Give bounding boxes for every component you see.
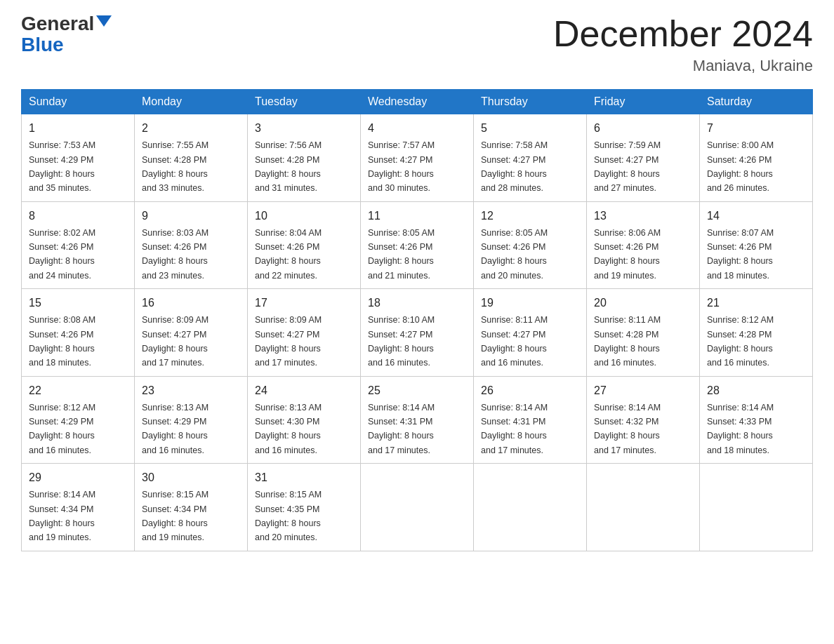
logo: General Blue [21, 14, 112, 56]
calendar-cell: 21 Sunrise: 8:12 AMSunset: 4:28 PMDaylig… [700, 289, 813, 377]
day-number: 30 [142, 469, 240, 486]
day-info: Sunrise: 8:09 AMSunset: 4:27 PMDaylight:… [142, 315, 208, 368]
page-header: General Blue December 2024 Maniava, Ukra… [21, 14, 813, 75]
day-number: 3 [255, 120, 353, 137]
day-number: 18 [368, 295, 466, 311]
logo-text-blue: Blue [21, 34, 64, 56]
col-friday: Friday [587, 90, 700, 114]
col-wednesday: Wednesday [361, 90, 474, 114]
calendar-cell: 12 Sunrise: 8:05 AMSunset: 4:26 PMDaylig… [474, 201, 587, 289]
calendar-cell: 10 Sunrise: 8:04 AMSunset: 4:26 PMDaylig… [248, 201, 361, 289]
col-tuesday: Tuesday [248, 90, 361, 114]
day-info: Sunrise: 8:14 AMSunset: 4:31 PMDaylight:… [481, 403, 548, 455]
day-number: 2 [142, 120, 240, 137]
day-info: Sunrise: 8:02 AMSunset: 4:26 PMDaylight:… [29, 228, 95, 281]
calendar-cell: 2 Sunrise: 7:55 AMSunset: 4:28 PMDayligh… [135, 114, 248, 202]
day-number: 9 [142, 208, 240, 224]
day-info: Sunrise: 8:05 AMSunset: 4:26 PMDaylight:… [368, 228, 435, 281]
calendar-cell: 9 Sunrise: 8:03 AMSunset: 4:26 PMDayligh… [135, 201, 248, 289]
day-number: 13 [594, 208, 692, 224]
col-thursday: Thursday [474, 90, 587, 114]
calendar-cell: 29 Sunrise: 8:14 AMSunset: 4:34 PMDaylig… [22, 464, 135, 551]
day-number: 22 [29, 382, 127, 399]
calendar-cell: 24 Sunrise: 8:13 AMSunset: 4:30 PMDaylig… [248, 376, 361, 464]
day-info: Sunrise: 8:14 AMSunset: 4:34 PMDaylight:… [29, 490, 95, 542]
day-number: 11 [368, 208, 466, 224]
calendar-cell: 27 Sunrise: 8:14 AMSunset: 4:32 PMDaylig… [587, 376, 700, 464]
week-row-2: 8 Sunrise: 8:02 AMSunset: 4:26 PMDayligh… [22, 201, 813, 289]
week-row-5: 29 Sunrise: 8:14 AMSunset: 4:34 PMDaylig… [22, 464, 813, 551]
calendar-cell: 4 Sunrise: 7:57 AMSunset: 4:27 PMDayligh… [361, 114, 474, 202]
day-info: Sunrise: 7:55 AMSunset: 4:28 PMDaylight:… [142, 140, 208, 193]
calendar-cell: 1 Sunrise: 7:53 AMSunset: 4:29 PMDayligh… [22, 114, 135, 202]
day-number: 17 [255, 295, 353, 311]
day-number: 31 [255, 469, 353, 486]
calendar-header-row: Sunday Monday Tuesday Wednesday Thursday… [22, 90, 813, 114]
day-info: Sunrise: 8:06 AMSunset: 4:26 PMDaylight:… [594, 228, 661, 281]
calendar-cell: 23 Sunrise: 8:13 AMSunset: 4:29 PMDaylig… [135, 376, 248, 464]
calendar-cell: 14 Sunrise: 8:07 AMSunset: 4:26 PMDaylig… [700, 201, 813, 289]
day-info: Sunrise: 8:15 AMSunset: 4:34 PMDaylight:… [142, 490, 208, 542]
calendar-cell: 22 Sunrise: 8:12 AMSunset: 4:29 PMDaylig… [22, 376, 135, 464]
calendar-cell: 31 Sunrise: 8:15 AMSunset: 4:35 PMDaylig… [248, 464, 361, 551]
day-info: Sunrise: 7:56 AMSunset: 4:28 PMDaylight:… [255, 140, 322, 193]
day-info: Sunrise: 8:12 AMSunset: 4:28 PMDaylight:… [707, 315, 774, 368]
calendar-cell: 19 Sunrise: 8:11 AMSunset: 4:27 PMDaylig… [474, 289, 587, 377]
day-info: Sunrise: 7:59 AMSunset: 4:27 PMDaylight:… [594, 140, 661, 193]
day-number: 20 [594, 295, 692, 311]
calendar-cell: 20 Sunrise: 8:11 AMSunset: 4:28 PMDaylig… [587, 289, 700, 377]
day-number: 5 [481, 120, 579, 137]
calendar-cell: 6 Sunrise: 7:59 AMSunset: 4:27 PMDayligh… [587, 114, 700, 202]
day-info: Sunrise: 8:09 AMSunset: 4:27 PMDaylight:… [255, 315, 322, 368]
col-saturday: Saturday [700, 90, 813, 114]
day-info: Sunrise: 8:13 AMSunset: 4:30 PMDaylight:… [255, 403, 322, 455]
week-row-1: 1 Sunrise: 7:53 AMSunset: 4:29 PMDayligh… [22, 114, 813, 202]
calendar-cell [474, 464, 587, 551]
day-number: 21 [707, 295, 805, 311]
location-label: Maniava, Ukraine [553, 57, 813, 75]
week-row-4: 22 Sunrise: 8:12 AMSunset: 4:29 PMDaylig… [22, 376, 813, 464]
day-info: Sunrise: 7:58 AMSunset: 4:27 PMDaylight:… [481, 140, 548, 193]
calendar-cell: 5 Sunrise: 7:58 AMSunset: 4:27 PMDayligh… [474, 114, 587, 202]
logo-text-general: General [21, 14, 94, 34]
logo-triangle-icon [96, 15, 112, 27]
day-number: 12 [481, 208, 579, 224]
calendar-cell: 30 Sunrise: 8:15 AMSunset: 4:34 PMDaylig… [135, 464, 248, 551]
day-info: Sunrise: 7:57 AMSunset: 4:27 PMDaylight:… [368, 140, 435, 193]
day-info: Sunrise: 8:10 AMSunset: 4:27 PMDaylight:… [368, 315, 435, 368]
month-title: December 2024 [553, 14, 813, 54]
calendar-cell [587, 464, 700, 551]
day-info: Sunrise: 8:15 AMSunset: 4:35 PMDaylight:… [255, 490, 322, 542]
day-info: Sunrise: 8:12 AMSunset: 4:29 PMDaylight:… [29, 403, 95, 455]
day-number: 23 [142, 382, 240, 399]
day-number: 15 [29, 295, 127, 311]
day-number: 26 [481, 382, 579, 399]
day-info: Sunrise: 7:53 AMSunset: 4:29 PMDaylight:… [29, 140, 95, 193]
week-row-3: 15 Sunrise: 8:08 AMSunset: 4:26 PMDaylig… [22, 289, 813, 377]
day-number: 7 [707, 120, 805, 137]
calendar-cell: 8 Sunrise: 8:02 AMSunset: 4:26 PMDayligh… [22, 201, 135, 289]
day-info: Sunrise: 8:14 AMSunset: 4:32 PMDaylight:… [594, 403, 661, 455]
calendar-cell: 15 Sunrise: 8:08 AMSunset: 4:26 PMDaylig… [22, 289, 135, 377]
day-info: Sunrise: 8:11 AMSunset: 4:27 PMDaylight:… [481, 315, 548, 368]
calendar-cell: 16 Sunrise: 8:09 AMSunset: 4:27 PMDaylig… [135, 289, 248, 377]
calendar-cell: 11 Sunrise: 8:05 AMSunset: 4:26 PMDaylig… [361, 201, 474, 289]
day-number: 28 [707, 382, 805, 399]
calendar-cell: 28 Sunrise: 8:14 AMSunset: 4:33 PMDaylig… [700, 376, 813, 464]
day-number: 24 [255, 382, 353, 399]
calendar-table: Sunday Monday Tuesday Wednesday Thursday… [21, 89, 813, 551]
day-number: 10 [255, 208, 353, 224]
day-info: Sunrise: 8:14 AMSunset: 4:31 PMDaylight:… [368, 403, 435, 455]
calendar-cell: 17 Sunrise: 8:09 AMSunset: 4:27 PMDaylig… [248, 289, 361, 377]
day-number: 1 [29, 120, 127, 137]
col-monday: Monday [135, 90, 248, 114]
day-info: Sunrise: 8:08 AMSunset: 4:26 PMDaylight:… [29, 315, 95, 368]
day-info: Sunrise: 8:13 AMSunset: 4:29 PMDaylight:… [142, 403, 208, 455]
calendar-cell: 18 Sunrise: 8:10 AMSunset: 4:27 PMDaylig… [361, 289, 474, 377]
day-number: 29 [29, 469, 127, 486]
title-section: December 2024 Maniava, Ukraine [553, 14, 813, 75]
day-info: Sunrise: 8:14 AMSunset: 4:33 PMDaylight:… [707, 403, 774, 455]
calendar-cell: 7 Sunrise: 8:00 AMSunset: 4:26 PMDayligh… [700, 114, 813, 202]
day-info: Sunrise: 8:11 AMSunset: 4:28 PMDaylight:… [594, 315, 661, 368]
day-number: 27 [594, 382, 692, 399]
